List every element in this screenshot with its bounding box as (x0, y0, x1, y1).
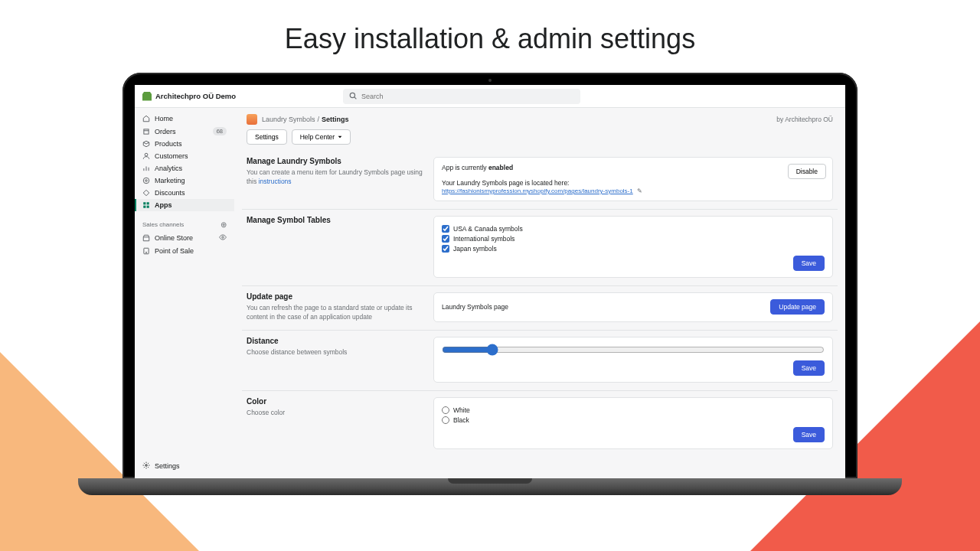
nav-customers[interactable]: Customers (135, 150, 234, 162)
save-tables-button[interactable]: Save (793, 256, 825, 271)
shopify-logo-icon (142, 92, 152, 101)
section-desc-manage: You can create a menu item for Laundry S… (247, 168, 423, 187)
instructions-link[interactable]: instructions (259, 178, 292, 185)
checkbox-input[interactable] (442, 225, 449, 233)
nav-label: Orders (155, 128, 176, 135)
section-desc-distance: Choose distance between symbols (247, 348, 423, 357)
home-icon (142, 115, 150, 122)
topbar: Architechpro OÜ Demo (135, 85, 845, 108)
main-content: Laundry Symbols / Settings by Architechp… (234, 108, 845, 478)
radio-input[interactable] (442, 416, 449, 424)
svg-point-5 (145, 180, 148, 182)
nav-label: Analytics (155, 165, 182, 172)
update-card: Laundry Symbols page Update page (433, 292, 833, 322)
radio-black[interactable]: Black (442, 416, 825, 424)
camera-dot (488, 79, 492, 82)
checkbox-input[interactable] (442, 235, 449, 243)
laptop-frame: Architechpro OÜ Demo Home (122, 73, 858, 495)
checkbox-label: International symbols (453, 235, 514, 243)
channel-online-store[interactable]: Online Store (135, 231, 234, 245)
save-color-button[interactable]: Save (793, 427, 825, 442)
svg-point-10 (222, 236, 224, 239)
nav-home[interactable]: Home (135, 112, 234, 125)
status-prefix: App is currently (442, 164, 488, 171)
marketing-icon (142, 177, 150, 184)
store-icon (142, 234, 150, 242)
svg-point-12 (145, 252, 146, 253)
section-title-color: Color (247, 397, 423, 406)
checkbox-usa[interactable]: USA & Canada symbols (442, 225, 825, 233)
nav-products[interactable]: Products (135, 138, 234, 150)
svg-rect-9 (147, 206, 149, 208)
distance-slider[interactable] (442, 344, 825, 356)
breadcrumb-app[interactable]: Laundry Symbols (262, 116, 315, 123)
svg-point-13 (145, 465, 148, 467)
nav-marketing[interactable]: Marketing (135, 174, 234, 187)
page-heading: Easy installation & admin settings (0, 0, 980, 69)
svg-rect-6 (143, 202, 145, 204)
channel-pos[interactable]: Point of Sale (135, 245, 234, 257)
distance-card: Save (433, 337, 833, 383)
svg-point-4 (143, 178, 149, 184)
checkbox-international[interactable]: International symbols (442, 235, 825, 243)
app-icon (247, 114, 257, 125)
settings-button[interactable]: Settings (247, 129, 287, 145)
nav-label: Customers (155, 152, 188, 160)
store-brand[interactable]: Architechpro OÜ Demo (142, 92, 236, 101)
edit-icon[interactable]: ✎ (637, 187, 642, 194)
svg-point-3 (145, 153, 148, 156)
sidebar-settings[interactable]: Settings (135, 457, 234, 478)
nav-orders[interactable]: Orders 68 (135, 125, 234, 138)
update-page-button[interactable]: Update page (770, 299, 825, 315)
radio-input[interactable] (442, 406, 449, 414)
tables-card: USA & Canada symbols International symbo… (433, 216, 833, 278)
breadcrumb-sep: / (318, 116, 320, 123)
apps-icon (142, 201, 150, 209)
save-distance-button[interactable]: Save (793, 360, 825, 376)
add-channel-icon[interactable]: ⊕ (220, 220, 227, 229)
search-icon (349, 92, 357, 101)
nav-analytics[interactable]: Analytics (135, 162, 234, 174)
by-line: by Architechpro OÜ (776, 116, 833, 123)
products-icon (142, 140, 150, 148)
help-center-label: Help Center (300, 133, 335, 141)
pos-icon (142, 247, 150, 255)
store-name: Architechpro OÜ Demo (155, 92, 236, 100)
checkbox-japan[interactable]: Japan symbols (442, 245, 825, 253)
channel-label: Online Store (155, 234, 193, 242)
help-center-button[interactable]: Help Center (292, 129, 351, 145)
checkbox-input[interactable] (442, 245, 449, 253)
nav-discounts[interactable]: Discounts (135, 187, 234, 199)
section-desc-update: You can refresh the page to a standard s… (247, 304, 423, 322)
update-card-text: Laundry Symbols page (442, 303, 508, 311)
sidebar: Home Orders 68 Products (135, 108, 234, 478)
search-input[interactable] (361, 93, 574, 100)
orders-badge: 68 (213, 127, 227, 135)
checkbox-label: Japan symbols (453, 245, 497, 253)
page-url-link[interactable]: https://fashionismyprofession.myshopify.… (442, 187, 633, 194)
manage-card: Disable App is currently enabled Your La… (433, 157, 833, 201)
analytics-icon (142, 165, 150, 172)
view-store-icon[interactable] (219, 233, 227, 243)
nav-apps[interactable]: Apps (135, 199, 234, 211)
chevron-down-icon (338, 135, 342, 139)
nav-label: Discounts (155, 189, 185, 197)
section-title-distance: Distance (247, 337, 423, 345)
sidebar-settings-label: Settings (155, 462, 180, 470)
laptop-base (78, 478, 902, 495)
breadcrumb: Laundry Symbols / Settings by Architechp… (242, 108, 838, 129)
disable-button[interactable]: Disable (788, 164, 826, 179)
color-card: White Black Save (433, 397, 833, 449)
section-title-tables: Manage Symbol Tables (247, 216, 423, 224)
nav-label: Apps (155, 201, 172, 209)
discounts-icon (142, 189, 150, 197)
radio-label: Black (453, 416, 469, 424)
radio-label: White (453, 406, 470, 414)
svg-point-0 (350, 93, 354, 97)
svg-rect-8 (143, 206, 145, 208)
radio-white[interactable]: White (442, 406, 825, 414)
breadcrumb-page: Settings (322, 116, 349, 123)
nav-label: Products (155, 140, 182, 148)
svg-rect-2 (144, 129, 149, 133)
search-field[interactable] (343, 89, 580, 104)
